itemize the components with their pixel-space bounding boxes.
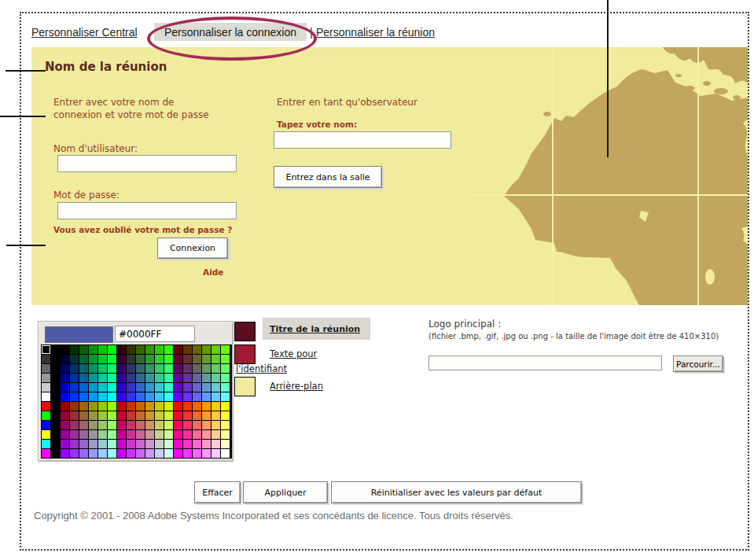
palette-swatch[interactable] (42, 374, 50, 382)
palette-swatch[interactable] (108, 421, 116, 429)
palette-swatch[interactable] (127, 374, 135, 382)
hex-color-input[interactable] (115, 326, 195, 342)
palette-swatch[interactable] (51, 440, 60, 448)
palette-swatch[interactable] (108, 440, 116, 448)
palette-swatch[interactable] (70, 421, 79, 429)
palette-swatch[interactable] (89, 411, 97, 420)
connexion-button[interactable]: Connexion (157, 238, 228, 259)
palette-swatch[interactable] (42, 402, 50, 411)
palette-swatch[interactable] (89, 383, 97, 392)
palette-swatch[interactable] (98, 392, 107, 401)
palette-swatch[interactable] (136, 440, 145, 448)
palette-swatch[interactable] (145, 430, 154, 439)
palette-swatch[interactable] (193, 411, 201, 420)
palette-swatch[interactable] (79, 430, 88, 439)
palette-swatch[interactable] (79, 364, 88, 373)
target-background-swatch[interactable] (234, 377, 256, 396)
palette-swatch[interactable] (174, 449, 182, 458)
palette-swatch[interactable] (136, 421, 145, 429)
palette-swatch[interactable] (70, 402, 79, 411)
palette-swatch[interactable] (183, 355, 192, 363)
palette-swatch[interactable] (202, 421, 211, 429)
palette-swatch[interactable] (51, 355, 60, 363)
enter-room-button[interactable]: Entrez dans la salle (274, 166, 382, 188)
palette-swatch[interactable] (42, 345, 50, 354)
palette-swatch[interactable] (61, 355, 69, 363)
palette-swatch[interactable] (98, 355, 107, 363)
palette-swatch[interactable] (221, 383, 230, 392)
palette-swatch[interactable] (89, 374, 97, 382)
palette-swatch[interactable] (183, 449, 192, 458)
palette-swatch[interactable] (221, 392, 230, 401)
palette-swatch[interactable] (61, 374, 69, 382)
palette-swatch[interactable] (164, 411, 173, 420)
palette-swatch[interactable] (145, 411, 154, 420)
palette-swatch[interactable] (174, 402, 182, 411)
palette-swatch[interactable] (193, 374, 201, 382)
palette-swatch[interactable] (70, 364, 79, 373)
palette-swatch[interactable] (127, 392, 135, 401)
palette-swatch[interactable] (136, 402, 145, 411)
palette-swatch[interactable] (164, 430, 173, 439)
palette-swatch[interactable] (70, 345, 79, 354)
palette-swatch[interactable] (51, 392, 60, 401)
palette-swatch[interactable] (221, 364, 230, 373)
palette-swatch[interactable] (145, 383, 154, 392)
palette-swatch[interactable] (98, 449, 107, 458)
palette-swatch[interactable] (155, 392, 164, 401)
palette-swatch[interactable] (202, 345, 211, 354)
forgot-password-link[interactable]: Vous avez oublié votre mot de passe ? (53, 225, 232, 234)
palette-swatch[interactable] (211, 402, 220, 411)
palette-swatch[interactable] (42, 392, 50, 401)
palette-swatch[interactable] (164, 374, 173, 382)
palette-swatch[interactable] (117, 449, 126, 458)
palette-swatch[interactable] (202, 430, 211, 439)
palette-swatch[interactable] (136, 345, 145, 354)
palette-swatch[interactable] (202, 355, 211, 363)
palette-swatch[interactable] (117, 392, 126, 401)
palette-swatch[interactable] (51, 402, 60, 411)
logo-file-path-input[interactable] (428, 356, 662, 370)
palette-swatch[interactable] (183, 392, 192, 401)
palette-swatch[interactable] (211, 411, 220, 420)
palette-swatch[interactable] (193, 392, 201, 401)
palette-swatch[interactable] (211, 421, 220, 429)
palette-swatch[interactable] (164, 345, 173, 354)
palette-swatch[interactable] (89, 345, 97, 354)
palette-swatch[interactable] (89, 392, 97, 401)
palette-swatch[interactable] (174, 392, 182, 401)
palette-swatch[interactable] (117, 430, 126, 439)
palette-swatch[interactable] (117, 345, 126, 354)
target-title-swatch[interactable] (234, 322, 256, 341)
palette-swatch[interactable] (145, 440, 154, 448)
palette-swatch[interactable] (70, 383, 79, 392)
palette-swatch[interactable] (127, 440, 135, 448)
palette-swatch[interactable] (221, 355, 230, 363)
palette-swatch[interactable] (127, 430, 135, 439)
palette-swatch[interactable] (42, 430, 50, 439)
palette-swatch[interactable] (155, 364, 164, 373)
palette-swatch[interactable] (211, 430, 220, 439)
nav-link-personnaliser-la-reunion[interactable]: Personnaliser la réunion (316, 26, 435, 39)
palette-swatch[interactable] (89, 449, 97, 458)
palette-swatch[interactable] (174, 421, 182, 429)
palette-swatch[interactable] (183, 374, 192, 382)
palette-swatch[interactable] (145, 421, 154, 429)
palette-swatch[interactable] (174, 355, 182, 363)
palette-swatch[interactable] (183, 421, 192, 429)
palette-swatch[interactable] (127, 364, 135, 373)
palette-swatch[interactable] (174, 411, 182, 420)
palette-swatch[interactable] (193, 449, 201, 458)
palette-swatch[interactable] (221, 411, 230, 420)
palette-swatch[interactable] (127, 383, 135, 392)
palette-swatch[interactable] (117, 364, 126, 373)
palette-swatch[interactable] (117, 402, 126, 411)
palette-swatch[interactable] (98, 345, 107, 354)
palette-swatch[interactable] (164, 383, 173, 392)
palette-swatch[interactable] (155, 449, 164, 458)
palette-swatch[interactable] (42, 421, 50, 429)
palette-swatch[interactable] (61, 449, 69, 458)
palette-swatch[interactable] (98, 421, 107, 429)
palette-swatch[interactable] (51, 364, 60, 373)
palette-swatch[interactable] (108, 449, 116, 458)
